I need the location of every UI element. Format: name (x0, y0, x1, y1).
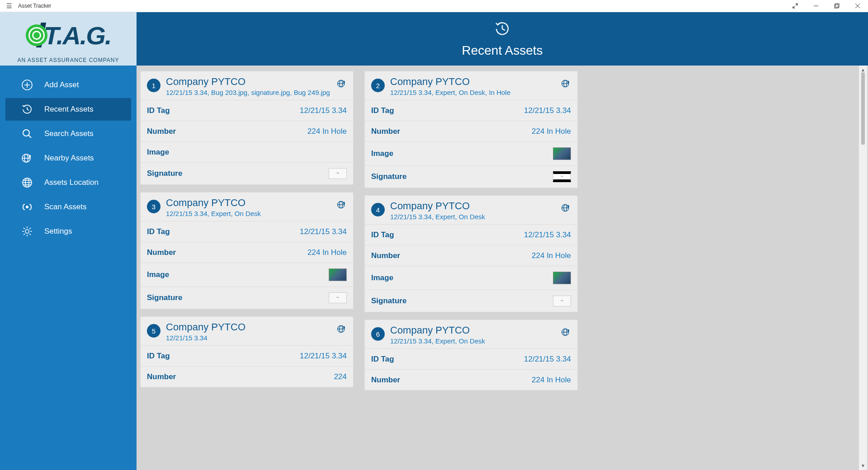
globe-pin-icon[interactable] (337, 324, 347, 336)
hamburger-icon[interactable]: ☰ (0, 2, 18, 9)
card-header: 3Company PYTCO12/21/15 3.34, Expert, On … (141, 193, 353, 221)
cards-area: 1Company PYTCO12/21/15 3.34, Bug 203.jpg… (137, 66, 868, 470)
row-label: Signature (147, 293, 182, 302)
minimize-icon[interactable] (806, 0, 826, 12)
card-title: Company PYTCO (390, 324, 556, 336)
svg-line-11 (28, 135, 31, 138)
card-number-badge: 2 (371, 79, 385, 92)
row-value: 12/21/15 3.34 (524, 106, 571, 115)
asset-card[interactable]: 3Company PYTCO12/21/15 3.34, Expert, On … (140, 192, 354, 309)
expand-icon[interactable] (785, 0, 806, 12)
card-title: Company PYTCO (390, 200, 556, 212)
card-subtitle: 12/21/15 3.34, Expert, On Desk, In Hole (390, 89, 556, 96)
svg-point-22 (25, 230, 29, 233)
page-header: Recent Assets (137, 12, 868, 66)
nav-item-settings[interactable]: Settings (5, 220, 131, 243)
row-label: ID Tag (147, 106, 170, 115)
card-row-number: Number224 In Hole (141, 242, 353, 263)
card-number-badge: 4 (371, 203, 385, 216)
svg-rect-2 (835, 4, 839, 7)
search-icon (21, 127, 33, 140)
row-value: 12/21/15 3.34 (300, 106, 347, 115)
card-row-number: Number224 In Hole (365, 245, 577, 266)
logo-text: T.A.G. (44, 21, 111, 50)
svg-point-32 (344, 202, 344, 203)
app-title: Asset Tracker (18, 3, 51, 9)
card-row-number: Number224 In Hole (141, 121, 353, 141)
row-value: 224 In Hole (532, 251, 571, 260)
card-row-image: Image (141, 141, 353, 162)
nav-label: Settings (44, 227, 72, 236)
nav-item-search-assets[interactable]: Search Assets (5, 122, 131, 145)
svg-rect-1 (835, 5, 838, 8)
asset-card[interactable]: 2Company PYTCO12/21/15 3.34, Expert, On … (364, 71, 578, 188)
asset-card[interactable]: 5Company PYTCO12/21/15 3.34ID Tag12/21/1… (140, 316, 354, 387)
card-row-id-tag: ID Tag12/21/15 3.34 (365, 224, 577, 245)
scan-icon (21, 201, 33, 213)
nav-item-assets-location[interactable]: Assets Location (5, 171, 131, 194)
globe-pin-icon (21, 152, 33, 164)
globe-pin-icon[interactable] (337, 79, 347, 90)
globe-pin-icon[interactable] (337, 200, 347, 212)
scroll-down-icon[interactable]: ▼ (861, 463, 865, 468)
image-thumbnail (553, 272, 571, 284)
nav-item-add-asset[interactable]: Add Asset (5, 74, 131, 96)
sidebar: I T.A.G. AN ASSET ASSURANCE COMPANY Add … (0, 12, 137, 470)
card-subtitle: 12/21/15 3.34, Expert, On Desk (390, 213, 556, 221)
card-row-image: Image (141, 263, 353, 287)
asset-card[interactable]: 1Company PYTCO12/21/15 3.34, Bug 203.jpg… (140, 71, 354, 185)
card-row-id-tag: ID Tag12/21/15 3.34 (141, 345, 353, 366)
page-title: Recent Assets (462, 43, 543, 58)
card-row-number: Number224 In Hole (365, 121, 577, 141)
globe-pin-icon[interactable] (561, 327, 571, 339)
card-title: Company PYTCO (166, 321, 331, 333)
nav-label: Nearby Assets (44, 154, 94, 163)
asset-card[interactable]: 4Company PYTCO12/21/15 3.34, Expert, On … (364, 195, 578, 312)
row-value: 12/21/15 3.34 (300, 352, 347, 361)
row-value: 224 In Hole (307, 127, 347, 136)
titlebar: ☰ Asset Tracker (0, 0, 868, 12)
nav-item-scan-assets[interactable]: Scan Assets (5, 196, 131, 218)
card-header: 5Company PYTCO12/21/15 3.34 (141, 317, 353, 345)
card-header: 4Company PYTCO12/21/15 3.34, Expert, On … (365, 196, 577, 224)
image-thumbnail (553, 147, 571, 160)
scrollbar[interactable]: ▲ ▼ (859, 66, 867, 470)
row-label: Signature (371, 296, 406, 306)
svg-point-48 (568, 330, 569, 331)
maximize-icon[interactable] (826, 0, 847, 12)
row-label: ID Tag (147, 352, 170, 361)
scroll-up-icon[interactable]: ▲ (861, 67, 865, 72)
row-value: 224 In Hole (532, 127, 571, 136)
globe-pin-icon[interactable] (561, 79, 571, 90)
globe-pin-icon[interactable] (561, 203, 571, 215)
row-label: ID Tag (371, 355, 394, 364)
content: Recent Assets 1Company PYTCO12/21/15 3.3… (137, 12, 868, 470)
signature-thumbnail (553, 296, 571, 306)
target-icon (26, 24, 47, 46)
card-row-image: Image (365, 141, 577, 165)
image-thumbnail (329, 268, 347, 281)
logo-subtitle: AN ASSET ASSURANCE COMPANY (18, 57, 119, 63)
card-title: Company PYTCO (390, 76, 556, 88)
signature-thumbnail (329, 292, 347, 303)
nav-item-nearby-assets[interactable]: Nearby Assets (5, 147, 131, 169)
card-row-signature: Signature (141, 287, 353, 309)
card-subtitle: 12/21/15 3.34, Bug 203.jpg, signature.jp… (166, 89, 331, 96)
svg-point-21 (26, 206, 28, 208)
svg-point-44 (568, 206, 569, 207)
row-label: Number (147, 248, 176, 257)
row-label: Number (147, 372, 176, 381)
nav-item-recent-assets[interactable]: Recent Assets (5, 98, 131, 121)
close-icon[interactable] (847, 0, 868, 12)
card-subtitle: 12/21/15 3.34, Expert, On Desk (390, 337, 556, 345)
card-subtitle: 12/21/15 3.34 (166, 334, 331, 342)
card-header: 1Company PYTCO12/21/15 3.34, Bug 203.jpg… (141, 71, 353, 100)
card-title: Company PYTCO (166, 76, 331, 88)
asset-card[interactable]: 6Company PYTCO12/21/15 3.34, Expert, On … (364, 320, 578, 390)
nav-label: Assets Location (44, 178, 99, 187)
card-number-badge: 6 (371, 327, 385, 341)
svg-point-15 (29, 155, 31, 157)
card-title: Company PYTCO (166, 197, 331, 209)
scroll-thumb[interactable] (861, 72, 865, 145)
nav-label: Recent Assets (44, 105, 94, 114)
